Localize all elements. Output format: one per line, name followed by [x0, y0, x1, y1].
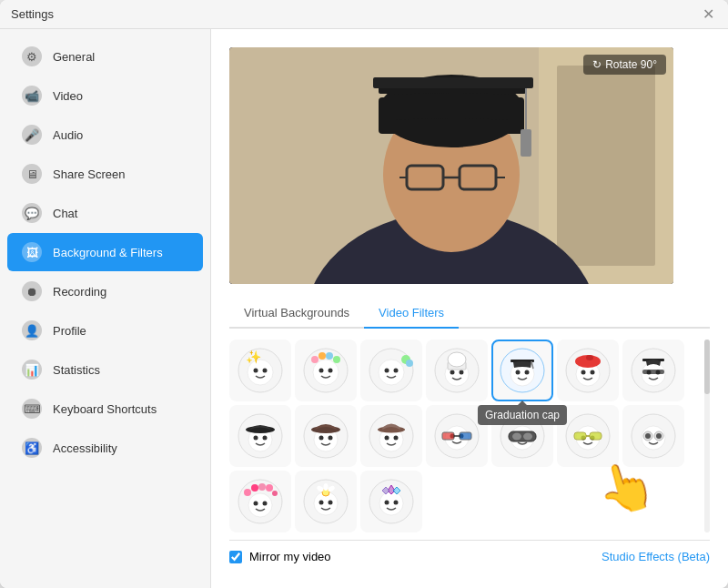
- svg-point-51: [591, 370, 595, 375]
- sidebar-label-recording: Recording: [53, 285, 106, 299]
- svg-text:✨: ✨: [246, 350, 262, 365]
- svg-point-108: [258, 483, 266, 491]
- scroll-track: [704, 340, 710, 532]
- filter-cowboy-brown[interactable]: [295, 405, 357, 467]
- svg-point-122: [394, 501, 399, 505]
- filter-eyes[interactable]: [622, 405, 684, 467]
- sidebar-item-audio[interactable]: 🎤 Audio: [7, 116, 203, 154]
- audio-icon: 🎤: [22, 125, 42, 145]
- svg-point-29: [333, 356, 340, 363]
- close-button[interactable]: ✕: [699, 5, 717, 24]
- filter-sparkle-crown[interactable]: ✨: [229, 340, 291, 401]
- titlebar: Settings ✕: [0, 0, 728, 29]
- tab-virtual-backgrounds[interactable]: Virtual Backgrounds: [229, 299, 364, 329]
- svg-point-106: [244, 489, 251, 496]
- svg-point-72: [385, 436, 389, 441]
- mirror-video-checkbox[interactable]: [229, 551, 242, 563]
- keyboard-icon: ⌨: [22, 399, 42, 419]
- main-content: ↻ Rotate 90° Virtual Backgrounds Video F…: [211, 29, 728, 588]
- sidebar-item-share-screen[interactable]: 🖥 Share Screen: [7, 155, 203, 193]
- svg-point-32: [385, 369, 389, 373]
- svg-point-110: [272, 491, 278, 496]
- svg-point-45: [525, 370, 530, 375]
- sidebar-label-share-screen: Share Screen: [53, 167, 126, 181]
- svg-point-73: [394, 436, 399, 441]
- svg-point-107: [251, 484, 258, 492]
- svg-point-113: [319, 501, 324, 505]
- svg-rect-59: [642, 370, 664, 374]
- svg-point-23: [313, 360, 339, 385]
- svg-point-105: [263, 502, 268, 506]
- svg-point-103: [248, 493, 272, 517]
- svg-rect-2: [557, 66, 655, 266]
- video-feed: [229, 47, 673, 284]
- svg-point-62: [254, 436, 258, 441]
- chat-icon: 💬: [22, 203, 42, 223]
- profile-icon: 👤: [22, 320, 42, 340]
- svg-point-50: [581, 370, 586, 375]
- studio-effects-link[interactable]: Studio Effects (Beta): [602, 550, 710, 563]
- filter-bandit[interactable]: [622, 340, 684, 401]
- tab-video-filters[interactable]: Video Filters: [364, 299, 459, 329]
- tabs-container: Virtual Backgrounds Video Filters: [229, 299, 710, 329]
- accessibility-icon: ♿: [22, 438, 42, 458]
- window-body: ⚙ General 📹 Video 🎤 Audio 🖥 Share Screen…: [0, 29, 728, 588]
- svg-point-25: [329, 369, 333, 373]
- filter-vr-headset[interactable]: [491, 405, 553, 467]
- sidebar: ⚙ General 📹 Video 🎤 Audio 🖥 Share Screen…: [0, 29, 211, 588]
- sidebar-item-video[interactable]: 📹 Video: [7, 76, 203, 115]
- filter-flower-crown[interactable]: [295, 340, 357, 401]
- sidebar-label-accessibility: Accessibility: [53, 441, 117, 455]
- svg-point-53: [586, 355, 593, 360]
- sidebar-label-profile: Profile: [53, 324, 86, 338]
- svg-point-27: [318, 352, 326, 360]
- svg-point-41: [448, 352, 466, 367]
- sidebar-item-keyboard-shortcuts[interactable]: ⌨ Keyboard Shortcuts: [7, 390, 203, 428]
- sidebar-item-chat[interactable]: 💬 Chat: [7, 194, 203, 232]
- statistics-icon: 📊: [22, 360, 42, 380]
- svg-point-104: [254, 502, 258, 506]
- scroll-thumb[interactable]: [704, 340, 710, 394]
- filter-chef-hat[interactable]: [426, 340, 488, 401]
- window-title: Settings: [11, 7, 54, 21]
- sidebar-item-statistics[interactable]: 📊 Statistics: [7, 350, 203, 389]
- sidebar-item-background-filters[interactable]: 🖼 Background & Filters: [7, 233, 203, 271]
- filter-flower-side[interactable]: [360, 340, 422, 401]
- svg-point-121: [385, 501, 389, 505]
- filter-cowboy-hat[interactable]: [360, 405, 422, 467]
- filter-3d-glasses[interactable]: [426, 405, 488, 467]
- svg-rect-79: [442, 432, 454, 440]
- filter-beret[interactable]: [557, 340, 619, 401]
- svg-point-20: [263, 369, 268, 373]
- sidebar-item-accessibility[interactable]: ♿ Accessibility: [7, 429, 203, 467]
- rotate-label: Rotate 90°: [605, 58, 657, 71]
- svg-rect-15: [521, 129, 531, 157]
- filter-cowboy-black[interactable]: [229, 405, 291, 467]
- video-preview: ↻ Rotate 90°: [229, 47, 673, 284]
- settings-window: Settings ✕ ⚙ General 📹 Video 🎤 Audio 🖥: [0, 0, 728, 588]
- filter-sunglasses[interactable]: [557, 405, 619, 467]
- sidebar-item-profile[interactable]: 👤 Profile: [7, 311, 203, 350]
- video-background: [229, 47, 673, 284]
- svg-point-24: [319, 369, 324, 373]
- filters-grid-wrapper: ✨: [229, 340, 710, 532]
- svg-point-88: [523, 433, 532, 441]
- svg-point-31: [379, 360, 404, 385]
- rotate-button[interactable]: ↻ Rotate 90°: [583, 55, 666, 75]
- sidebar-label-general: General: [53, 50, 95, 64]
- filter-flower-crown-2[interactable]: [229, 471, 291, 532]
- svg-point-116: [324, 483, 329, 491]
- svg-point-35: [406, 360, 413, 367]
- sidebar-item-general[interactable]: ⚙ General: [7, 37, 203, 76]
- svg-point-63: [263, 436, 268, 441]
- mirror-video-checkbox-label[interactable]: Mirror my video: [229, 550, 331, 563]
- rotate-icon: ↻: [592, 58, 602, 71]
- svg-point-39: [460, 370, 464, 375]
- sidebar-label-video: Video: [53, 89, 83, 103]
- svg-point-28: [326, 352, 333, 360]
- filter-graduation-cap[interactable]: Graduation cap: [491, 340, 553, 401]
- filter-crystal[interactable]: [360, 471, 422, 532]
- sidebar-item-recording[interactable]: ⏺ Recording: [7, 272, 203, 310]
- svg-point-114: [329, 501, 333, 505]
- filter-daisy[interactable]: [295, 471, 357, 532]
